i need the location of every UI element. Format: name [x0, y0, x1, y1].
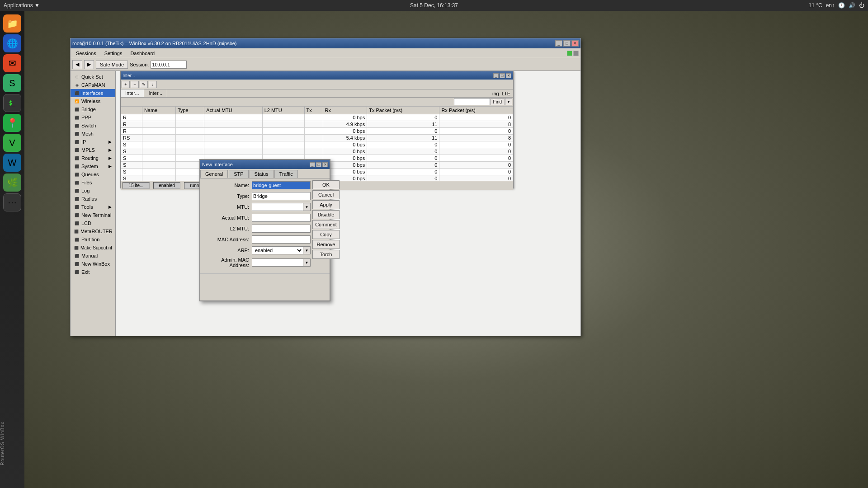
form-row-l2mtu: L2 MTU: [202, 225, 311, 233]
dock-icon-terminal[interactable]: $_ [3, 94, 21, 112]
sidebar-item-capsman[interactable]: ◉ CAPsMAN [71, 81, 115, 89]
dock-icon-vim[interactable]: V [3, 134, 21, 152]
sidebar-item-ip[interactable]: ⬛ IP ▶ [71, 138, 115, 146]
dock-icon-files[interactable]: 📁 [3, 14, 21, 33]
l2mtu-input[interactable] [252, 225, 311, 233]
apply-button[interactable]: Apply [312, 200, 340, 209]
arp-select[interactable]: enabled disabled proxy-arp reply-only [252, 246, 303, 254]
sidebar-item-ppp[interactable]: ⬛ PPP [71, 113, 115, 122]
comment-button[interactable]: Comment [312, 220, 340, 229]
torch-button[interactable]: Torch [312, 250, 340, 259]
dialog-restore-button[interactable]: □ [316, 162, 321, 167]
iface-edit-button[interactable]: ✎ [140, 81, 148, 88]
mac-input[interactable] [252, 235, 311, 244]
tab-lte[interactable]: LTE [502, 91, 510, 96]
sidebar-item-mesh[interactable]: ⬛ Mesh [71, 130, 115, 138]
iface-close-button[interactable]: ✕ [506, 73, 511, 78]
col-l2mtu: L2 MTU [262, 107, 304, 114]
actual-mtu-input[interactable] [252, 214, 311, 222]
dialog-tab-stp[interactable]: STP [229, 170, 248, 178]
cancel-button[interactable]: Cancel [312, 190, 340, 199]
table-row[interactable]: R0 bps00 [121, 114, 513, 121]
sidebar-item-radius[interactable]: ⬛ Radius [71, 195, 115, 203]
iface-add-button[interactable]: + [122, 81, 130, 88]
arp-dropdown-arrow[interactable]: ▼ [303, 246, 311, 254]
minimize-button[interactable]: _ [555, 40, 562, 47]
sidebar-item-partition[interactable]: ⬛ Partition [71, 235, 115, 244]
dock-icon-browser[interactable]: 🌐 [3, 34, 21, 52]
session-input[interactable] [151, 61, 187, 69]
remove-button[interactable]: Remove [312, 240, 340, 249]
sidebar-item-newwinbox[interactable]: ⬛ New WinBox [71, 260, 115, 268]
sidebar-item-lcd[interactable]: ⬛ LCD [71, 219, 115, 227]
dock-icon-winbox[interactable]: W [3, 154, 21, 172]
dialog-tab-status[interactable]: Status [250, 170, 274, 178]
table-row[interactable]: R0 bps00 [121, 128, 513, 135]
sidebar-item-routing[interactable]: ⬛ Routing ▶ [71, 154, 115, 162]
safe-mode-button[interactable]: Safe Mode [96, 61, 128, 69]
ok-button[interactable]: OK [312, 180, 340, 189]
sidebar-label-files: Files [81, 180, 92, 185]
table-row[interactable]: R4.9 kbps118 [121, 121, 513, 128]
sidebar-item-files[interactable]: ⬛ Files [71, 178, 115, 187]
sidebar-item-bridge[interactable]: ⬛ Bridge [71, 105, 115, 113]
dock-icon-network[interactable]: 🌿 [3, 174, 21, 192]
form-row-actual-mtu: Actual MTU: [202, 214, 311, 222]
dialog-titlebar: New Interface _ □ ✕ [200, 160, 330, 169]
tab-inter1[interactable]: Inter... [121, 89, 144, 97]
table-row[interactable]: RS5.4 kbps118 [121, 135, 513, 141]
dialog-tab-traffic[interactable]: Traffic [274, 170, 298, 178]
sidebar-item-newterminal[interactable]: ⬛ New Terminal [71, 211, 115, 219]
sidebar-item-queues[interactable]: ⬛ Queues [71, 170, 115, 178]
sidebar-label-newwinbox: New WinBox [81, 261, 110, 267]
find-input[interactable] [454, 98, 490, 105]
sidebar-label-manual: Manual [81, 253, 98, 258]
iface-sort-button[interactable]: ↓ [149, 81, 157, 88]
sidebar-item-tools[interactable]: ⬛ Tools ▶ [71, 203, 115, 211]
menu-sessions[interactable]: Sessions [72, 50, 100, 57]
find-dropdown[interactable]: ▼ [505, 98, 512, 105]
disable-button[interactable]: Disable [312, 210, 340, 219]
dock-icon-maps[interactable]: 📍 [3, 114, 21, 132]
ip-expand-arrow: ▶ [108, 140, 112, 144]
volume-icon: 🔊 [849, 2, 855, 9]
sidebar-item-quickset[interactable]: ⊞ Quick Set [71, 73, 115, 81]
back-button[interactable]: ◀ [72, 60, 82, 69]
menu-settings[interactable]: Settings [101, 50, 126, 57]
mtu-input[interactable] [252, 203, 303, 211]
close-button[interactable]: ✕ [571, 40, 579, 47]
sidebar-item-manual[interactable]: ⬛ Manual [71, 252, 115, 260]
iface-remove-button[interactable]: − [131, 81, 139, 88]
forward-button[interactable]: ▶ [84, 60, 94, 69]
iface-minimize-button[interactable]: _ [493, 73, 499, 78]
sidebar-item-makesupout[interactable]: ⬛ Make Supout.rif [71, 244, 115, 252]
restore-button[interactable]: □ [563, 40, 571, 47]
tab-ing[interactable]: ing [492, 91, 499, 96]
table-row[interactable]: S0 bps00 [121, 148, 513, 155]
dialog-close-button[interactable]: ✕ [322, 162, 328, 167]
menu-dashboard[interactable]: Dashboard [127, 50, 158, 57]
dialog-tab-general[interactable]: General [200, 170, 228, 178]
app-menu[interactable]: Applications ▼ [0, 2, 40, 9]
dock-icon-apps[interactable]: ⋯ [3, 193, 21, 211]
admin-mac-input[interactable] [252, 258, 303, 267]
sidebar-item-log[interactable]: ⬛ Log [71, 187, 115, 195]
iface-restore-button[interactable]: □ [500, 73, 505, 78]
table-row[interactable]: S0 bps00 [121, 141, 513, 148]
sidebar-item-wireless[interactable]: 📶 Wireless [71, 97, 115, 105]
sidebar-item-mpls[interactable]: ⬛ MPLS ▶ [71, 146, 115, 154]
mtu-dropdown-arrow[interactable]: ▼ [303, 203, 311, 211]
sidebar-item-system[interactable]: ⬛ System ▶ [71, 162, 115, 170]
sidebar-item-interfaces[interactable]: ⬛ Interfaces [71, 89, 115, 97]
sidebar-item-metarouter[interactable]: ⬛ MetaROUTER [71, 227, 115, 235]
dock-icon-email[interactable]: ✉ [3, 54, 21, 72]
name-input[interactable] [252, 181, 311, 189]
tab-inter2[interactable]: Inter... [144, 89, 168, 97]
sidebar-item-switch[interactable]: ⬛ Switch [71, 122, 115, 130]
find-button[interactable]: Find [490, 99, 505, 105]
dock-icon-chat[interactable]: S [3, 74, 21, 92]
sidebar-item-exit[interactable]: ⬛ Exit [71, 268, 115, 276]
dialog-minimize-button[interactable]: _ [310, 162, 315, 167]
copy-button[interactable]: Copy [312, 230, 340, 239]
admin-mac-dropdown-arrow[interactable]: ▼ [303, 258, 311, 267]
